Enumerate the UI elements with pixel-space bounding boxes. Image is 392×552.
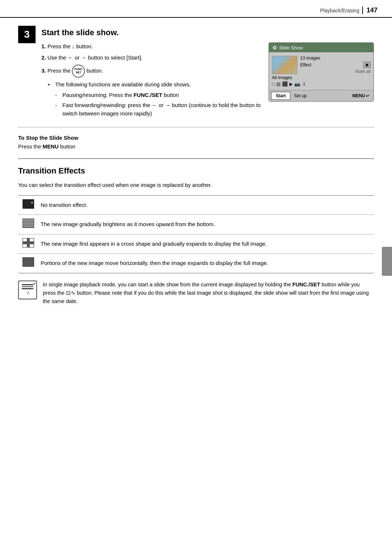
effect-icon-slide-cell [18, 254, 36, 273]
dash-text-2: Fast forwarding/rewinding: press the ← o… [62, 101, 261, 118]
dash-item-2: - Fast forwarding/rewinding: press the ←… [55, 101, 261, 118]
cam-setup-button[interactable]: Set up [291, 92, 310, 99]
cam-menu-back-icon: ↩ [366, 94, 369, 98]
effect-desc-fade: The new image gradually brightens as it … [36, 215, 374, 234]
table-row: The new image gradually brightens as it … [18, 215, 374, 234]
bullet-text: The following functions are available du… [55, 81, 191, 89]
cam-title-bar: ✿ Slide Show [269, 43, 373, 52]
table-row: No transition effect. [18, 195, 374, 215]
transition-title: Transition Effects [18, 166, 374, 176]
step-1-num: 1. [41, 43, 46, 49]
cam-icon-1: □ [272, 81, 275, 87]
effect-desc-slide: Portions of the new image move horizonta… [36, 254, 374, 273]
effect-icon-cross-cell [18, 234, 36, 254]
table-row: Portions of the new image move horizonta… [18, 254, 374, 273]
effects-table: No transition effect. The new image grad… [18, 195, 374, 273]
menu-bold: MENU [43, 143, 59, 150]
cam-start-button[interactable]: Start [271, 92, 290, 100]
transition-section: Transition Effects You can select the tr… [18, 166, 374, 306]
step-2: 2. Use the ← or → button to select [Star… [41, 54, 261, 62]
dash-1: - [55, 91, 60, 99]
divider-1 [18, 127, 374, 127]
cam-info-count-row: 13 images [300, 56, 371, 61]
cam-mark-all: Mark all [300, 69, 371, 74]
dash-item-1: - Pausing/resuming: Press the FUNC./SET … [55, 91, 261, 99]
transition-description: You can select the transition effect use… [18, 181, 374, 189]
note-icon: ↗ [18, 281, 37, 299]
cam-icon-6: ·1 [302, 81, 306, 87]
effect-icon-cross [23, 238, 34, 248]
camera-screenshot: ✿ Slide Show 13 images [269, 42, 374, 102]
cam-icon-4: ▶ [289, 81, 293, 87]
step-2-num: 2. [41, 54, 46, 61]
effect-icon-no-cell [18, 195, 36, 215]
cam-menu-label: MENU [352, 93, 365, 98]
func-set-button-icon: FUNCSET [72, 65, 85, 78]
bullet-item: • The following functions are available … [48, 81, 261, 89]
cam-all-images: All Images [272, 75, 371, 80]
stop-section: To Stop the Slide Show Press the MENU bu… [18, 135, 374, 151]
step-instructions: 1. Press the ↓ button. 2. Use the ← or →… [41, 42, 269, 120]
cam-main-row: 13 images Effect ▣ Mark all [272, 54, 371, 75]
step-1: 1. Press the ↓ button. [41, 42, 261, 51]
effect-icon-fade-cell [18, 215, 36, 234]
effect-icon-slide [23, 257, 34, 267]
note-icon-line-3 [22, 288, 33, 289]
stop-title: To Stop the Slide Show [18, 135, 374, 141]
effect-icon-fade [23, 218, 34, 228]
effect-desc-no: No transition effect. [36, 195, 374, 215]
cam-effect-box: ▣ [363, 62, 371, 68]
note-icon-lines [22, 284, 33, 289]
cam-effect-label: Effect [300, 62, 311, 68]
main-content: 3 Start the slide show. 1. Press the ↓ b… [0, 18, 392, 316]
page-wrapper: Playback/Erasing 147 3 Start the slide s… [0, 0, 392, 552]
cam-effect-row: Effect ▣ [300, 62, 371, 68]
stop-text: Press the MENU button [18, 143, 374, 151]
cam-icons-row: □ ▤ ⬛ ▶ 📷 ·1 [272, 81, 371, 87]
step-number: 3 [18, 26, 36, 43]
effect-desc-cross: The new image first appears in a cross s… [36, 234, 374, 254]
cam-title-text: Slide Show [279, 45, 303, 50]
note-box: ↗ In single image playback mode, you can… [18, 281, 374, 306]
cam-info: 13 images Effect ▣ Mark all [300, 56, 371, 74]
section3-block: 3 Start the slide show. 1. Press the ↓ b… [18, 25, 374, 120]
bullet-dot: • [48, 81, 52, 89]
cam-icon-5: 📷 [294, 81, 300, 87]
step-3-num: 3. [41, 68, 46, 74]
cam-image-count: 13 images [300, 56, 320, 61]
effect-icon-no [23, 199, 34, 209]
note-icon-corner [33, 282, 35, 285]
note-icon-line-1 [22, 284, 33, 285]
section-label: Playback/Erasing [320, 8, 359, 13]
note-text: In single image playback mode, you can s… [43, 281, 374, 306]
section-title: Start the slide show. [41, 25, 374, 37]
cam-body: 13 images Effect ▣ Mark all All Images [269, 52, 373, 90]
right-tab [382, 247, 392, 276]
divider-2 [18, 158, 374, 159]
cam-icon-3: ⬛ [282, 81, 288, 87]
note-func-set-bold: FUNC./SET [293, 282, 320, 287]
dash-list: - Pausing/resuming: Press the FUNC./SET … [55, 91, 261, 118]
dash-text-1: Pausing/resuming: Press the FUNC./SET bu… [62, 91, 179, 99]
cam-icon-2: ▤ [276, 81, 281, 87]
step-content-row: 1. Press the ↓ button. 2. Use the ← or →… [41, 42, 374, 120]
bullet-list: • The following functions are available … [48, 81, 261, 118]
cam-bottom-bar: Start Set up MENU ↩ [269, 90, 373, 101]
step-3: 3. Press the FUNCSET button. [41, 65, 261, 78]
page-header: Playback/Erasing 147 [0, 0, 392, 18]
table-row: The new image first appears in a cross s… [18, 234, 374, 254]
dash-2: - [55, 101, 60, 118]
page-number: 147 [362, 7, 377, 14]
note-icon-arrow: ↗ [26, 291, 29, 295]
cam-thumbnail [272, 56, 297, 74]
note-icon-line-2 [22, 286, 33, 287]
cam-menu-button[interactable]: MENU ↩ [350, 92, 371, 99]
cam-globe-icon: ✿ [273, 45, 277, 50]
